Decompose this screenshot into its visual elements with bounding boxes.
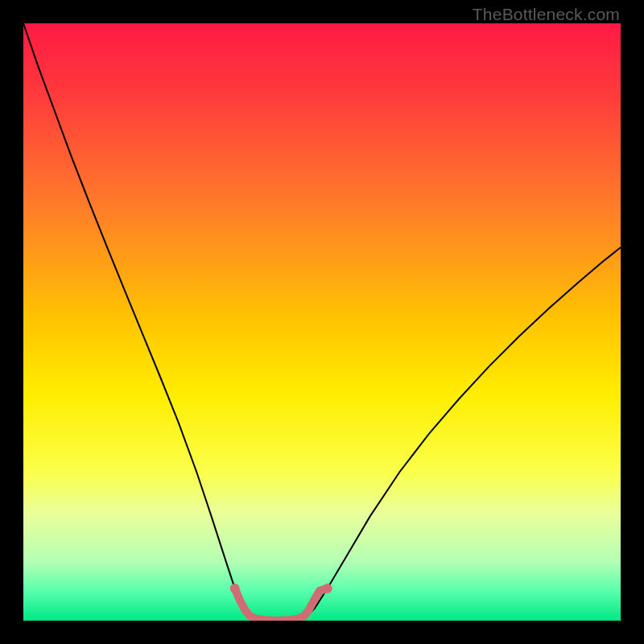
watermark-text: TheBottleneck.com (473, 5, 620, 24)
highlight-endpoint (323, 584, 332, 593)
plot-area (23, 23, 621, 621)
highlight-endpoint (230, 584, 240, 593)
gradient-background (23, 23, 621, 621)
chart-container: TheBottleneck.com (0, 0, 644, 644)
chart-svg (23, 23, 621, 621)
